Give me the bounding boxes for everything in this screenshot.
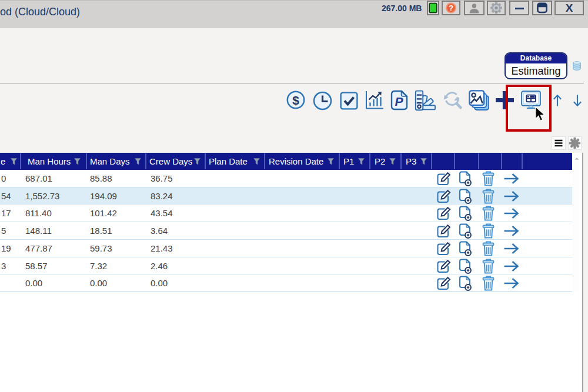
svg-text:?: ? (449, 4, 453, 12)
svg-text:$: $ (292, 93, 299, 107)
svg-text:P: P (395, 95, 403, 108)
